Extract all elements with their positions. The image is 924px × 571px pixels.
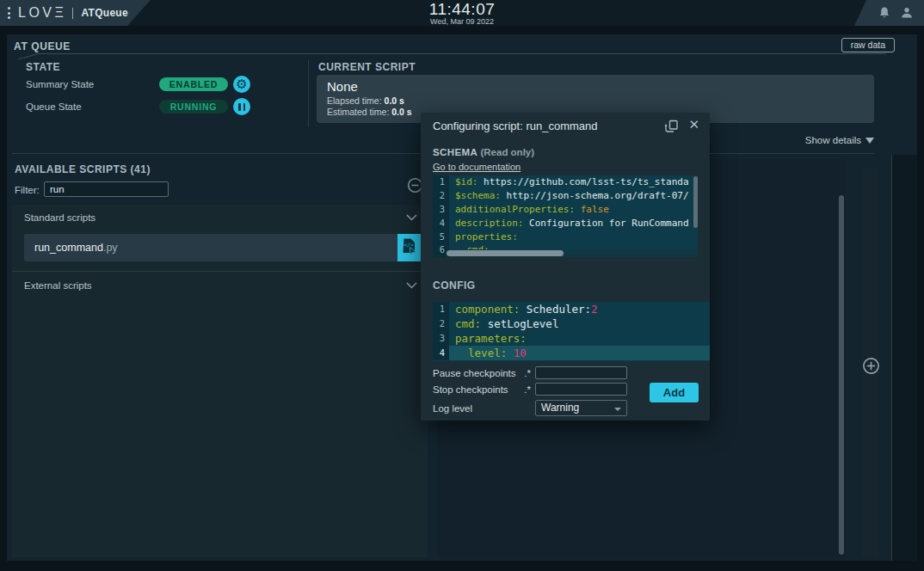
- summary-state-gear-button[interactable]: ⚙: [233, 76, 250, 93]
- group-divider: [12, 271, 428, 272]
- panel-title: AT QUEUE: [14, 40, 71, 52]
- svg-text:</>: </>: [403, 242, 414, 249]
- raw-data-button[interactable]: raw data: [841, 38, 895, 52]
- summary-state-label: Summary State: [26, 79, 94, 89]
- chevron-down-icon: [406, 214, 417, 221]
- current-script-name: None: [327, 79, 864, 94]
- standard-scripts-group[interactable]: Standard scripts: [12, 205, 428, 230]
- vertical-scrollbar[interactable]: [839, 195, 844, 555]
- state-section-title: STATE: [26, 61, 60, 73]
- configure-script-modal: Configuring script: run_command ✕ SCHEMA…: [421, 113, 710, 421]
- top-bar: LOVΞ ATQueue 11:44:07 Wed, Mar 09 2022: [0, 0, 924, 26]
- bell-icon[interactable]: [878, 6, 891, 20]
- schema-section-title: SCHEMA (Read only): [433, 147, 534, 157]
- legend-line: [38, 53, 886, 54]
- pause-queue-button[interactable]: [233, 98, 250, 115]
- current-script-title: CURRENT SCRIPT: [318, 61, 416, 73]
- stop-checkpoints-label: Stop checkpoints .*: [433, 384, 531, 395]
- stop-checkpoints-input[interactable]: [535, 383, 627, 396]
- schema-editor[interactable]: 1$id: https://github.com/lsst-ts/ts_stan…: [433, 175, 698, 257]
- log-level-label: Log level: [433, 403, 502, 414]
- external-scripts-group[interactable]: External scripts: [12, 273, 428, 298]
- user-icon[interactable]: [900, 6, 914, 20]
- plus-circle-icon[interactable]: [862, 357, 880, 375]
- legend-diagonal: [18, 53, 39, 59]
- show-details-toggle[interactable]: Show details: [805, 135, 874, 145]
- queue-state-badge: RUNNING: [159, 100, 228, 114]
- gear-icon: ⚙: [236, 78, 247, 91]
- available-scripts-section: AVAILABLE SCRIPTS (41) Filter: Standard …: [12, 159, 428, 557]
- config-editor[interactable]: 1component: Scheduler:22cmd: setLogLevel…: [433, 302, 710, 361]
- script-launch-icon: </>: [402, 238, 417, 257]
- chevron-down-icon: [406, 282, 417, 289]
- add-button[interactable]: Add: [650, 383, 699, 402]
- close-icon[interactable]: ✕: [688, 117, 699, 132]
- select-caret-icon: [614, 408, 621, 411]
- show-details-caret: [865, 138, 874, 144]
- config-section-title: CONFIG: [433, 279, 476, 292]
- modal-title: Configuring script: run_command: [433, 120, 597, 132]
- clock-date: Wed, Mar 09 2022: [0, 17, 924, 26]
- script-name: run_command.py: [34, 234, 118, 261]
- pause-checkpoints-input[interactable]: [535, 366, 627, 379]
- log-level-select[interactable]: Warning: [535, 400, 627, 416]
- scripts-list: Standard scripts run_command.py </> Exte…: [12, 205, 428, 557]
- available-scripts-title: AVAILABLE SCRIPTS (41): [15, 163, 151, 175]
- pause-checkpoints-label: Pause checkpoints .*: [433, 368, 531, 378]
- queue-state-label: Queue State: [26, 101, 82, 112]
- pause-icon: [238, 103, 245, 111]
- launch-script-button[interactable]: </>: [397, 234, 422, 261]
- h-scrollbar-thumb[interactable]: [447, 250, 564, 256]
- script-row-run-command[interactable]: run_command.py </>: [24, 234, 422, 261]
- elapsed-time: Elapsed time: 0.0 s: [327, 95, 864, 107]
- clock: 11:44:07 Wed, Mar 09 2022: [0, 2, 924, 26]
- summary-state-badge: ENABLED: [159, 77, 228, 91]
- documentation-link[interactable]: Go to documentation: [433, 162, 521, 172]
- clock-time: 11:44:07: [0, 2, 924, 17]
- right-gutter: [892, 155, 917, 561]
- filter-input[interactable]: [44, 181, 169, 197]
- v-scrollbar-thumb[interactable]: [693, 176, 698, 228]
- state-divider: [308, 60, 309, 127]
- detach-icon[interactable]: [664, 120, 679, 133]
- filter-label: Filter:: [15, 185, 40, 195]
